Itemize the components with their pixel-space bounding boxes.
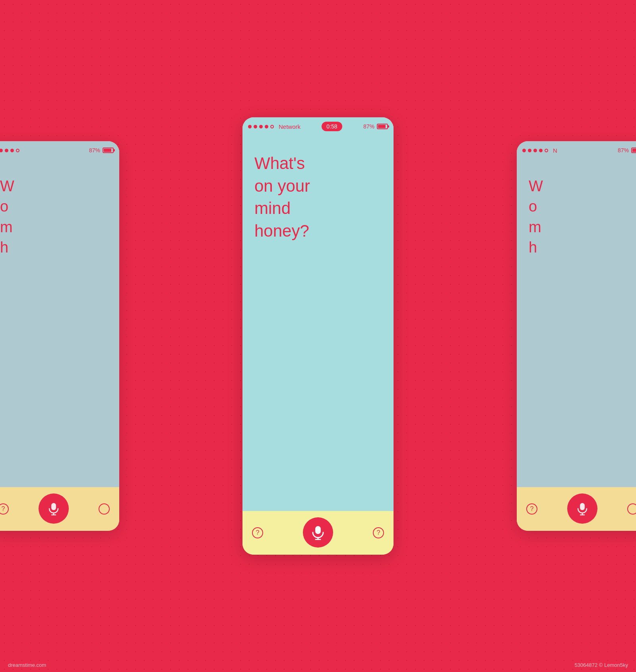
bottom-bar-right: ? [517,487,636,531]
battery-left: 87% [89,147,114,153]
signal-dots-left [0,149,19,152]
text-line4: honey? [254,220,382,243]
status-bar-right: N 87% [517,141,636,159]
battery-icon-right [631,148,636,153]
battery-center: 87% [363,123,388,130]
rdot3 [533,149,537,152]
text-line1: What's [254,152,382,175]
question-mark-center-right: ? [373,527,384,538]
status-bar-center: Network 0:58 87% [242,117,394,136]
question-mark-left2 [99,503,110,515]
rdot2 [528,149,531,152]
mic-button-center[interactable] [303,517,333,548]
dot3 [5,149,8,152]
phone-left: 87% W o m h ? [0,141,119,531]
battery-pct-center: 87% [363,123,374,130]
svg-rect-6 [580,503,585,510]
rdot1 [522,149,526,152]
main-text-right: W o m h [529,176,636,258]
network-label-right: N [553,147,557,154]
network-label: Network [279,123,301,130]
bottom-bar-center: ? ? [242,511,394,555]
svg-rect-0 [51,503,56,510]
rtext-o: o [529,196,636,217]
mic-icon-right [576,502,589,515]
question-mark-center-left: ? [252,527,263,538]
battery-icon-left [103,148,114,153]
signal-dots-right [522,149,548,152]
bottom-bar-left: ? [0,487,119,531]
svg-rect-3 [315,526,321,534]
text-h: h [0,237,107,258]
cdot1 [248,125,252,128]
rdot5 [545,149,548,152]
battery-icon-center [377,124,388,129]
status-bar-left: 87% [0,141,119,159]
screen-right: W o m h [517,159,636,487]
battery-right: 87% [618,147,636,153]
signal-dots-center [248,125,274,128]
phone-right: N 87% W o m h ? [517,141,636,531]
cdot4 [265,125,268,128]
watermark-right: 53064872 © Lemon5ky [574,662,628,668]
dot4 [10,149,14,152]
battery-pct-right: 87% [618,147,629,153]
question-mark-left: ? [0,503,9,515]
rtext-h: h [529,237,636,258]
question-mark-right-left: ? [526,503,537,515]
screen-left: W o m h [0,159,119,487]
scene: 87% W o m h ? [0,0,636,672]
cdot3 [259,125,263,128]
battery-fill-right [632,149,636,152]
text-o: o [0,196,107,217]
mic-button-right[interactable] [567,493,597,524]
text-line3: mind [254,197,382,220]
battery-fill-center [378,125,386,128]
rtext-w: W [529,176,636,196]
dot2 [0,149,3,152]
time-badge: 0:58 [322,122,342,131]
battery-fill-left [104,149,111,152]
text-line2: on your [254,175,382,198]
battery-pct-left: 87% [89,147,100,153]
mic-button-left[interactable] [39,493,69,524]
cdot2 [254,125,257,128]
main-text-left: W o m h [0,176,107,258]
dot5 [16,149,19,152]
main-text-center: What's on your mind honey? [254,152,382,243]
mic-icon-center [310,525,326,540]
watermark: dreamstime.com 53064872 © Lemon5ky [0,662,636,668]
phone-center: Network 0:58 87% What's on your mind hon… [242,117,394,555]
rdot4 [539,149,543,152]
text-w: W [0,176,107,196]
question-mark-right2 [627,503,636,515]
screen-center: What's on your mind honey? [242,136,394,511]
cdot5 [270,125,274,128]
rtext-m: m [529,217,636,237]
watermark-left: dreamstime.com [8,662,46,668]
text-m: m [0,217,107,237]
mic-icon-left [47,502,60,515]
